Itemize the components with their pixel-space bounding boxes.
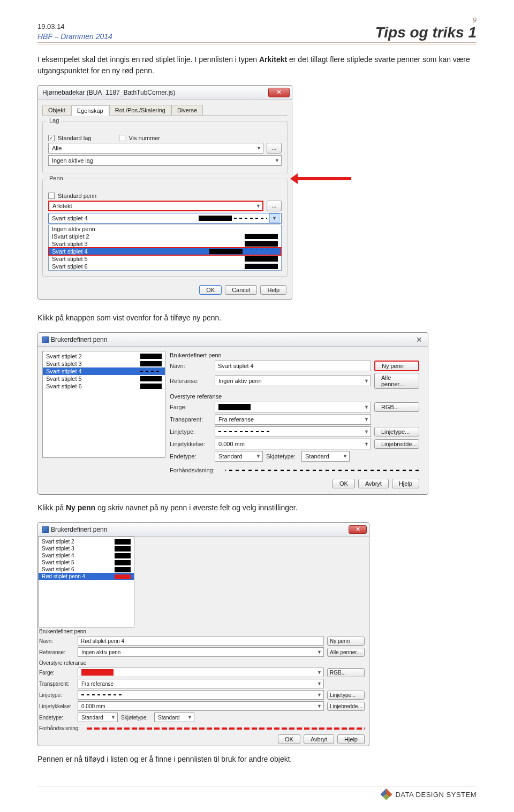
label-endetype: Endetype: [170,453,211,459]
chevron-down-icon: ▼ [317,670,322,675]
penn-more-button[interactable]: ... [267,201,282,211]
chevron-down-icon: ▼ [317,692,322,698]
label-farge: Farge: [170,404,211,410]
chevron-down-icon: ▼ [364,441,369,447]
endetype-combo[interactable]: Standard▼ [78,713,118,722]
navn-input[interactable]: Rød stiplet penn 4 [78,636,324,646]
dialog3-titlebar[interactable]: Brukerdefinert penn ✕ [38,523,369,537]
skjotetype-combo[interactable]: Standard▼ [154,713,194,722]
dialog-hjornebadekar: Hjørnebadekar (BUA_1187_BathTubCorner.js… [37,85,292,300]
label-linjetype: Linjetype: [170,428,211,435]
linjetype-button[interactable]: Linjetype... [327,691,365,700]
combo-current-penn[interactable]: Svart stiplet 4 ▼ [48,213,282,224]
checkbox-vis-nummer[interactable] [119,135,125,141]
list-item: Svart stiplet 4 [39,552,134,559]
transparent-combo[interactable]: Fra referanse▼ [215,414,371,425]
penn-listbox-3[interactable]: Svart stiplet 2 Svart stiplet 3 Svart st… [38,537,134,627]
tab-diverse[interactable]: Diverse [171,105,203,115]
combo-alle[interactable]: Alle ▼ [48,143,263,154]
rgb-button[interactable]: RGB... [327,668,365,677]
avbryt-button[interactable]: Avbryt [304,734,334,744]
endetype-combo[interactable]: Standard▼ [215,451,263,462]
rgb-button[interactable]: RGB... [374,402,419,412]
penn-listbox[interactable]: Svart stiplet 2 Svart stiplet 3 Svart st… [42,351,165,458]
label-navn: Navn: [170,363,211,369]
swatch-dashed [140,371,162,372]
ok-button[interactable]: OK [199,285,222,295]
swatch-solid [115,546,131,551]
tab-rotpos[interactable]: Rot./Pos./Skalering [109,105,171,115]
navn-input[interactable]: Svart stiplet 4 [215,361,371,371]
skjotetype-combo[interactable]: Standard▼ [301,451,350,462]
checkbox-standard-penn[interactable] [48,193,55,199]
list-item: Ingen aktiv penn [49,225,281,233]
linjetykkelse-combo[interactable]: 0.000 mm▼ [215,439,371,449]
swatch-solid [115,560,131,565]
referanse-combo[interactable]: Ingen aktiv penn▼ [215,376,371,386]
hjelp-button[interactable]: Hjelp [337,734,365,744]
label-referanse: Referanse: [170,378,211,384]
tab-egenskap[interactable]: Egenskap [71,105,109,116]
list-item-selected: Svart stiplet 4 [43,367,165,375]
linjetykkelse-combo[interactable]: 0.000 mm▼ [78,701,324,711]
company-logo-icon [380,788,392,800]
combo-arkitekt[interactable]: Arkitekt ▼ [48,201,263,211]
avbryt-button[interactable]: Avbryt [358,479,389,488]
ok-button[interactable]: OK [278,734,300,744]
dialog-brukerdefinert-penn-2: Brukerdefinert penn ✕ Svart stiplet 2 Sv… [37,522,369,746]
hjelp-button[interactable]: Hjelp [392,479,419,488]
swatch-dashed [245,249,278,250]
close-icon[interactable]: ✕ [349,525,367,534]
swatch-solid [115,567,131,572]
group-overstyre: Overstyre referanse [39,660,365,666]
help-button[interactable]: Help [260,285,286,295]
dialog1-title: Hjørnebadekar (BUA_1187_BathTubCorner.js… [42,89,175,96]
label-standard-penn: Standard penn [58,193,96,199]
combo-ingen-lag[interactable]: Ingen aktive lag ▼ [48,155,282,166]
label-navn: Navn: [39,638,74,644]
dialog1-titlebar[interactable]: Hjørnebadekar (BUA_1187_BathTubCorner.js… [38,86,292,99]
linjetype-combo[interactable]: ▼ [215,426,371,437]
combo-current-value: Svart stiplet 4 [52,215,88,221]
alle-penner-button[interactable]: Alle penner... [374,373,419,389]
ok-button[interactable]: OK [332,479,355,488]
app-icon [42,336,49,343]
lag-more-button[interactable]: ... [267,143,282,154]
penn-dropdown-list[interactable]: Ingen aktiv penn ISvart stiplet 2 Svart … [48,225,282,271]
header-subtitle: HBF – Drammen 2014 [37,32,112,41]
dialog2-titlebar[interactable]: Brukerdefinert penn ✕ [38,333,428,347]
close-icon[interactable]: ✕ [413,335,426,344]
cancel-button[interactable]: Cancel [225,285,257,295]
transparent-combo[interactable]: Fra referanse▼ [78,679,324,688]
farge-combo[interactable]: ▼ [215,402,371,412]
linjetype-button[interactable]: Linjetype... [374,427,419,436]
chevron-down-icon: ▼ [256,454,261,459]
close-icon[interactable]: ✕ [268,88,290,97]
linjebredde-button[interactable]: Linjebredde... [374,439,419,449]
combo-alle-value: Alle [52,145,62,151]
dialog1-tabs: Objekt Egenskap Rot./Pos./Skalering Dive… [42,105,288,116]
chevron-down-icon: ▼ [364,417,369,422]
list-item: Svart stiplet 5 [39,559,134,566]
checkbox-standard-lag[interactable]: ✓ [48,135,55,141]
alle-penner-button[interactable]: Alle penner... [327,648,365,657]
swatch-solid [140,354,162,359]
referanse-combo[interactable]: Ingen aktiv penn▼ [78,647,324,657]
list-item: Svart stiplet 5 [43,375,165,382]
swatch-solid [115,553,131,558]
list-item: Svart stiplet 3 [43,360,165,367]
linjebredde-button[interactable]: Linjebredde... [327,702,365,711]
tab-objekt[interactable]: Objekt [42,105,71,115]
label-transparent: Transparent: [170,416,211,423]
label-linjetykkelse: Linjetykkelse: [170,441,211,447]
swatch-solid [140,361,162,366]
chevron-down-icon: ▼ [317,681,322,686]
label-vis-nummer: Vis nummer [128,135,160,141]
ny-penn-button[interactable]: Ny penn [374,361,419,371]
paragraph-3: Klikk på Ny penn og skriv navnet på ny p… [37,502,477,514]
chevron-down-icon: ▼ [343,454,347,459]
ny-penn-button[interactable]: Ny penn [327,637,365,646]
preview-line [225,468,419,473]
farge-combo[interactable]: ▼ [78,668,324,677]
linjetype-combo[interactable]: ▼ [78,690,324,700]
